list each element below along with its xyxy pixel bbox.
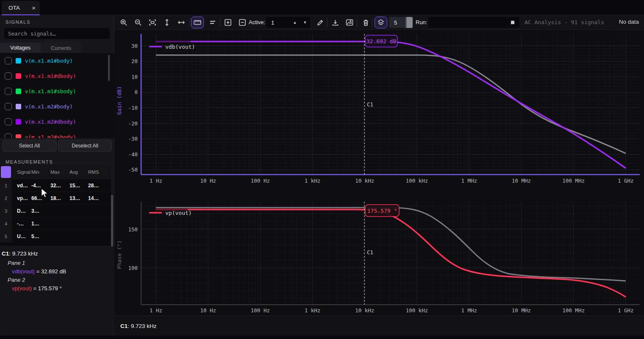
cursor-c1-label: C1 [367, 249, 373, 256]
signal-checkbox[interactable] [5, 118, 12, 125]
signal-name: v(m.x1.m1#sbody) [25, 88, 76, 94]
phase-reference-trace [156, 208, 626, 281]
signal-checkbox[interactable] [5, 72, 12, 80]
active-pane-cell[interactable] [0, 165, 12, 179]
align-traces-button[interactable] [207, 17, 218, 28]
select-all-button[interactable]: Select All [3, 140, 56, 152]
edit-pencil-button[interactable] [314, 17, 325, 28]
cursor-c1-label: C1 [367, 101, 373, 108]
runs-drag-handle[interactable] [405, 17, 413, 28]
cell-min: -4… [31, 183, 50, 189]
toolbar-separator [327, 18, 328, 27]
tab-ota[interactable]: OTA × [2, 1, 40, 15]
toolbar-separator [220, 18, 220, 27]
signal-row[interactable]: v(m.x1.m2#dbody) [0, 114, 114, 129]
signal-checkbox[interactable] [5, 133, 12, 139]
search-input[interactable]: Search signals… [4, 28, 110, 39]
search-placeholder: Search signals… [8, 31, 56, 37]
signal-checkbox[interactable] [5, 88, 12, 95]
x-tick-label: 1 MHz [461, 307, 477, 314]
signal-row[interactable]: v(m.x1.m1#body) [0, 53, 114, 68]
zoom-out-button[interactable] [133, 17, 144, 28]
x-tick-label: 10 kHz [355, 178, 374, 184]
signal-row[interactable]: v(m.x1.m2#body) [0, 99, 114, 114]
col-signal: Signal [12, 170, 31, 175]
measurement-row[interactable]: 3D…3… [0, 204, 111, 217]
cell-max: 18… [50, 195, 69, 201]
measurement-row[interactable]: 1vd…-4…32…15…28… [0, 179, 111, 192]
deselect-all-button[interactable]: Deselect All [58, 140, 112, 152]
signal-row[interactable]: v(m.x1.m1#dbody) [0, 68, 114, 83]
x-tick-label: 1 GHz [618, 307, 634, 314]
signal-checkbox[interactable] [5, 103, 12, 110]
close-icon[interactable]: × [32, 5, 36, 11]
gain-pane[interactable]: 3020100-10-20-30-40-50 1 Hz10 Hz100 Hz1 … [114, 32, 644, 185]
fit-vertical-button[interactable] [161, 17, 172, 28]
active-pane-spinner[interactable]: 1 ▲ ▼ [266, 17, 310, 28]
cursor-value-chip[interactable]: 175.579 ° [365, 205, 399, 217]
signal-color-swatch [16, 104, 21, 109]
signal-row[interactable]: v(m.x1.m1#sbody) [0, 83, 114, 99]
chart-toolbar: Active: 1 ▲ ▼ [114, 15, 644, 30]
cell-min: 66… [31, 195, 50, 201]
x-tick-label: 100 Hz [251, 307, 270, 314]
x-tick-label: 1 Hz [150, 307, 162, 314]
delete-button[interactable] [360, 17, 371, 28]
x-tick-label: 10 Hz [200, 307, 216, 314]
y-tick-label: -10 [128, 105, 138, 111]
spinner-down-icon[interactable]: ▼ [300, 18, 310, 27]
measurements-scrollbar[interactable] [111, 195, 113, 247]
pane1-label: Pane 1 [2, 258, 114, 267]
cell-rms: 28… [88, 183, 107, 189]
col-min: Min [31, 170, 50, 175]
y-tick-label: 30 [131, 43, 138, 49]
tab-bar: OTA × [0, 0, 644, 15]
download-button[interactable] [330, 17, 341, 28]
run-select-input[interactable] [428, 17, 519, 28]
measurements-table-header: Signal Min Max Avg RMS [0, 165, 111, 179]
x-tick-label: 100 MHz [562, 307, 585, 314]
y-tick-label: 10 [131, 74, 138, 80]
remove-pane-button[interactable] [237, 17, 248, 28]
ruler-cursor-button[interactable] [191, 17, 204, 28]
toolbar-separator [372, 18, 372, 27]
zoom-in-button[interactable] [118, 17, 129, 28]
sidebar: SIGNALS Search signals… Voltages Current… [0, 15, 114, 336]
measurement-row[interactable]: 5U…5… [0, 230, 111, 242]
fit-horizontal-button[interactable] [176, 17, 187, 28]
runs-count-control[interactable]: 5 [389, 17, 413, 28]
signal-list-scrollbar[interactable] [108, 55, 110, 81]
cell-avg: 13… [69, 195, 88, 201]
signal-checkbox[interactable] [5, 57, 12, 64]
x-tick-label: 100 kHz [406, 307, 428, 314]
spinner-up-icon[interactable]: ▲ [290, 18, 300, 27]
cursor-status-bar: C1: 9.723 kHz [114, 316, 644, 336]
pane1-value: vdb(vout) = 32.692 dB [2, 267, 114, 275]
tab-currents[interactable]: Currents [41, 42, 81, 54]
y-tick-label: -50 [128, 167, 138, 173]
measurement-row[interactable]: 4-…1… [0, 217, 111, 230]
zoom-fit-button[interactable] [147, 17, 158, 28]
y-tick-label: 0 [134, 89, 138, 95]
x-tick-label: 10 MHz [512, 307, 531, 314]
y-tick-label: -20 [128, 120, 138, 127]
signal-type-tabs: Voltages Currents [0, 42, 114, 54]
signal-row[interactable]: v(m.x1.m2#sbody) [0, 129, 114, 138]
add-pane-button[interactable] [222, 17, 233, 28]
y-tick-label: -40 [128, 151, 138, 158]
measurement-row[interactable]: 2vp…66…18…13…14… [0, 192, 111, 204]
runs-layers-button[interactable] [375, 17, 387, 28]
x-tick-label: 10 MHz [512, 178, 531, 184]
tab-voltages[interactable]: Voltages [0, 42, 41, 54]
row-index: 2 [0, 192, 12, 204]
cursor-value-chip[interactable]: 32.692 dB [365, 35, 397, 47]
signal-color-swatch [16, 89, 21, 94]
phase-trace [188, 210, 626, 297]
export-image-button[interactable] [344, 17, 355, 28]
signals-header: SIGNALS [0, 15, 114, 27]
x-tick-label: 100 MHz [562, 178, 585, 184]
phase-pane[interactable]: 150100 1 Hz10 Hz100 Hz1 kHz10 kHz100 kHz… [114, 200, 644, 327]
row-index: 3 [0, 205, 12, 217]
pane2-label: Pane 2 [2, 275, 114, 284]
x-tick-label: 100 Hz [251, 178, 270, 184]
